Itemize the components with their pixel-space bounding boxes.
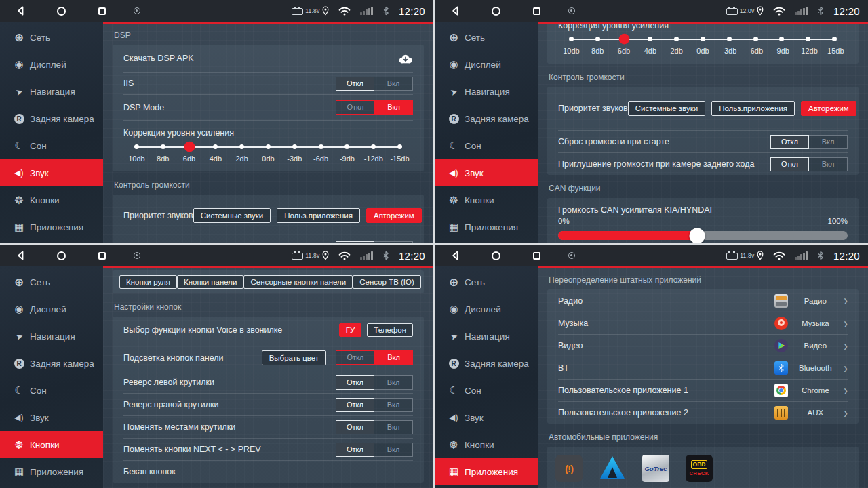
back-button[interactable] [0,245,41,266]
sidebar-item[interactable]: Сон [435,377,538,404]
gain-step[interactable]: 2db [663,37,690,55]
sidebar-item[interactable]: Кнопки [0,431,103,458]
toggle-off-option[interactable]: Откл [770,157,809,171]
volume-reset-toggle[interactable]: Откл Вкл [336,241,413,244]
sidebar-item[interactable]: Звук [0,159,103,186]
back-button[interactable] [0,0,41,22]
gain-step[interactable]: -3db [281,144,308,163]
gain-step[interactable]: 4db [637,37,663,55]
priority-auto-button[interactable]: Авторежим [801,101,856,116]
camera-mute-toggle[interactable]: Откл Вкл [770,157,848,171]
sidebar-item[interactable]: Сеть [435,268,538,296]
volume-reset-toggle[interactable]: Откл Вкл [770,135,848,149]
bt-app-row[interactable]: BT Bluetooth [558,357,848,379]
sidebar-item[interactable]: Приложения [0,458,103,485]
toggle-on-option[interactable]: Вкл [374,375,413,390]
download-dsp-row[interactable]: Скачать DSP APK [123,45,413,72]
recents-button[interactable] [81,0,122,22]
buttons-backup-row[interactable]: Бекап кнопок [123,460,413,483]
video-app-row[interactable]: Видео Видео [558,334,848,357]
toggle-on-option[interactable]: Вкл [809,135,848,149]
home-button[interactable] [475,245,516,266]
button-category-tab[interactable]: Сенсорные кнопки панели [243,275,353,289]
gain-step[interactable]: 4db [202,144,229,163]
sidebar-item[interactable]: Звук [0,404,103,431]
gain-step[interactable]: 6db [176,144,203,163]
recents-button[interactable] [81,245,122,266]
running-app-button[interactable] [557,245,587,266]
home-button[interactable] [41,245,81,266]
sidebar-item[interactable]: Приложения [435,214,538,241]
priority-system-button[interactable]: Системные звуки [193,208,271,223]
custom-app1-row[interactable]: Пользовательское приложение 1 Chrome [558,379,848,401]
gain-step[interactable]: -6db [308,144,334,163]
sidebar-item[interactable]: Сеть [435,24,538,51]
priority-user-apps-button[interactable]: Польз.приложения [277,208,360,223]
gain-step[interactable]: -15db [821,37,848,55]
sidebar-item[interactable]: Звук [435,404,538,431]
toggle-on-option[interactable]: Вкл [809,157,848,171]
dsp-mode-toggle[interactable]: Откл Вкл [336,100,413,115]
toggle-on-option[interactable]: Вкл [374,443,413,457]
gain-step[interactable]: -9db [334,144,361,163]
gain-slider[interactable]: 10db 8db 6db [558,37,848,64]
toggle-on-option[interactable]: Вкл [374,398,413,412]
running-app-button[interactable] [122,0,152,22]
sidebar-item[interactable]: Задняя камера [435,350,538,377]
sidebar-item[interactable]: Кнопки [435,431,538,458]
sidebar-item[interactable]: Приложения [435,458,538,485]
android-auto-app-icon[interactable] [599,455,626,482]
gain-step[interactable]: -15db [387,144,413,163]
sidebar-item[interactable]: Дисплей [0,51,103,78]
toggle-on-option[interactable]: Вкл [374,350,413,365]
gain-step[interactable]: -3db [716,37,743,55]
sidebar-item[interactable]: Сон [0,132,103,159]
toggle-on-option[interactable]: Вкл [374,241,413,244]
priority-user-apps-button[interactable]: Польз.приложения [711,101,795,116]
running-app-button[interactable] [122,245,152,266]
reverse-right-toggle[interactable]: Откл Вкл [336,398,413,412]
obd-check-app-icon[interactable]: OBD CHECK [686,455,713,482]
recents-button[interactable] [516,245,557,266]
toggle-off-option[interactable]: Откл [336,375,374,390]
back-button[interactable] [435,0,475,22]
sidebar-item[interactable]: Навигация [435,78,538,105]
toggle-on-option[interactable]: Вкл [374,100,413,115]
voice-phone-button[interactable]: Телефон [367,323,413,337]
pick-color-button[interactable]: Выбрать цвет [262,350,326,365]
toggle-off-option[interactable]: Откл [336,350,374,365]
sidebar-item[interactable]: Сеть [0,24,103,51]
sidebar-item[interactable]: Навигация [435,323,538,350]
sidebar-item[interactable]: Задняя камера [0,350,103,377]
running-app-button[interactable] [557,0,587,22]
iis-toggle[interactable]: Откл Вкл [336,77,413,91]
toggle-off-option[interactable]: Откл [336,241,374,244]
sidebar-item[interactable]: Навигация [0,323,103,350]
tpms-app-icon[interactable]: (!) [555,455,583,482]
gotrec-app-icon[interactable]: GoTrec [642,455,669,482]
swap-next-prev-toggle[interactable]: Откл Вкл [336,443,413,457]
custom-app2-row[interactable]: Пользовательское приложение 2 AUX [558,401,848,424]
sidebar-item[interactable]: Дисплей [435,51,538,78]
button-category-tab[interactable]: Кнопки панели [177,275,243,289]
toggle-off-option[interactable]: Откл [336,420,374,434]
cloud-download-icon[interactable] [397,54,413,64]
back-button[interactable] [435,245,475,266]
gain-step[interactable]: 8db [150,144,176,163]
toggle-off-option[interactable]: Откл [336,398,374,412]
swap-knobs-toggle[interactable]: Откл Вкл [336,420,413,434]
home-button[interactable] [41,0,81,22]
recents-button[interactable] [516,0,557,22]
sidebar-item[interactable]: Звук [435,159,538,186]
gain-step[interactable]: -9db [769,37,795,55]
priority-auto-button[interactable]: Авторежим [366,208,422,223]
toggle-off-option[interactable]: Откл [336,77,374,91]
sidebar-item[interactable]: Дисплей [435,296,538,323]
gain-step[interactable]: 10db [558,37,585,55]
sidebar-item[interactable]: Кнопки [0,186,103,214]
toggle-off-option[interactable]: Откл [336,100,374,115]
gain-step[interactable]: 8db [585,37,611,55]
sidebar-item[interactable]: Сон [435,132,538,159]
sidebar-item[interactable]: Приложения [0,214,103,241]
toggle-on-option[interactable]: Вкл [374,77,413,91]
